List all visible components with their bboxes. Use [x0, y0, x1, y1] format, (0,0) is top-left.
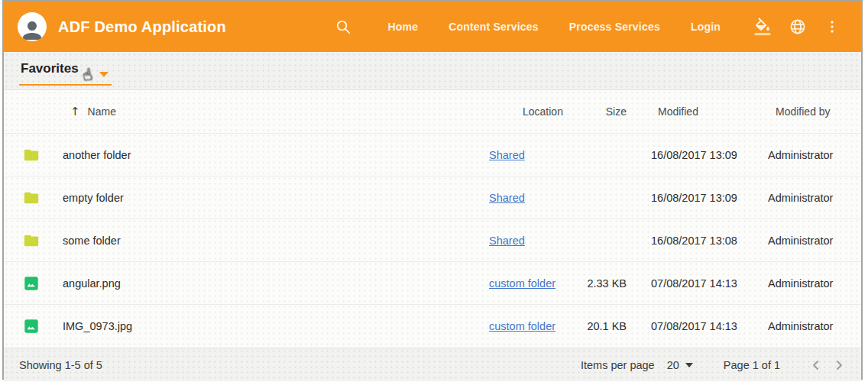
row-modified-by: Administrator [762, 192, 861, 204]
app-header: ADF Demo Application Home Content Servic… [4, 2, 861, 52]
header-right: Home Content Services Process Services L… [335, 18, 849, 36]
row-modified-by: Administrator [762, 149, 861, 161]
row-modified: 16/08/2017 13:09 [627, 192, 762, 204]
row-name: some folder [63, 235, 489, 247]
page-indicator: Page 1 of 1 [724, 359, 780, 371]
row-icon-cell [4, 318, 63, 335]
table-row[interactable]: another folder Shared 16/08/2017 13:09 A… [4, 134, 861, 176]
row-name: IMG_0973.jpg [63, 320, 489, 332]
location-link[interactable]: custom folder [489, 320, 555, 332]
folder-icon [23, 189, 40, 206]
row-location-cell: custom folder [489, 277, 581, 290]
image-icon [23, 275, 40, 292]
table-row[interactable]: some folder Shared 16/08/2017 13:08 Admi… [4, 219, 861, 262]
row-location-cell: Shared [489, 192, 581, 204]
view-selector[interactable]: Favorites [21, 61, 79, 76]
location-link[interactable]: Shared [489, 192, 525, 204]
active-view-underline [19, 84, 112, 86]
row-size: 2.33 KB [581, 277, 627, 290]
location-link[interactable]: Shared [489, 235, 525, 247]
pagination-bar: Showing 1-5 of 5 Items per page 20 Page … [4, 348, 861, 381]
main-nav: Home Content Services Process Services L… [372, 21, 736, 33]
chevron-down-icon [685, 363, 693, 367]
row-size: 20.1 KB [581, 320, 627, 332]
chevron-down-icon[interactable] [99, 72, 108, 77]
row-icon-cell [4, 189, 63, 206]
row-modified: 07/08/2017 14:13 [627, 277, 762, 290]
user-avatar[interactable] [18, 12, 47, 41]
column-header-name[interactable]: ↑ Name [4, 105, 489, 118]
row-icon-cell [4, 275, 63, 292]
row-name: empty folder [63, 192, 489, 204]
row-location-cell: custom folder [489, 320, 581, 332]
sort-ascending-icon: ↑ [70, 105, 80, 118]
column-header-location[interactable]: Location [489, 105, 581, 118]
row-location-cell: Shared [489, 235, 581, 247]
previous-page-button[interactable] [805, 354, 828, 377]
nav-item-content-services[interactable]: Content Services [433, 21, 554, 33]
folder-icon [23, 147, 40, 163]
row-modified-by: Administrator [762, 320, 861, 332]
location-link[interactable]: Shared [489, 149, 525, 161]
table-row[interactable]: angular.png custom folder 2.33 KB 07/08/… [4, 262, 861, 305]
theme-color-fill-icon[interactable] [745, 18, 780, 36]
row-name: another folder [63, 149, 489, 161]
items-per-page-label: Items per page [581, 359, 655, 371]
row-location-cell: Shared [489, 149, 581, 161]
more-vert-icon[interactable] [815, 18, 849, 35]
image-icon [23, 318, 40, 335]
pagination-controls: Items per page 20 Page 1 of 1 [581, 354, 850, 377]
app-title: ADF Demo Application [58, 18, 226, 36]
nav-item-process-services[interactable]: Process Services [554, 21, 675, 33]
document-list: ↑ Name Location Size Modified Modified b… [4, 90, 861, 348]
folder-icon [23, 232, 40, 249]
nav-item-home[interactable]: Home [372, 21, 433, 33]
cursor-hand-icon: ☝ [81, 66, 94, 84]
items-per-page-select[interactable]: 20 [667, 359, 693, 371]
header-icon-group [745, 18, 849, 36]
app-window: ADF Demo Application Home Content Servic… [2, 0, 863, 380]
column-header-modified-by[interactable]: Modified by [762, 105, 861, 118]
location-link[interactable]: custom folder [489, 277, 555, 290]
showing-range-label: Showing 1-5 of 5 [19, 359, 102, 371]
view-toolbar: Favorites ☝ [4, 52, 861, 90]
table-row[interactable]: empty folder Shared 16/08/2017 13:09 Adm… [4, 176, 861, 219]
row-modified: 07/08/2017 14:13 [627, 320, 762, 332]
next-page-button[interactable] [828, 354, 850, 377]
row-modified-by: Administrator [762, 235, 861, 247]
table-header-row: ↑ Name Location Size Modified Modified b… [4, 90, 861, 134]
column-header-name-label: Name [88, 105, 116, 118]
person-icon [18, 17, 46, 41]
nav-item-login[interactable]: Login [675, 21, 736, 33]
row-modified: 16/08/2017 13:08 [627, 235, 762, 247]
row-modified-by: Administrator [762, 277, 861, 290]
row-name: angular.png [63, 277, 489, 290]
column-header-size[interactable]: Size [581, 105, 627, 118]
table-row[interactable]: IMG_0973.jpg custom folder 20.1 KB 07/08… [4, 305, 861, 348]
language-globe-icon[interactable] [780, 18, 815, 36]
row-icon-cell [4, 232, 63, 249]
row-icon-cell [4, 147, 63, 163]
table-body: another folder Shared 16/08/2017 13:09 A… [4, 134, 861, 348]
items-per-page-value: 20 [667, 359, 679, 371]
column-header-modified[interactable]: Modified [627, 105, 762, 118]
row-modified: 16/08/2017 13:09 [627, 149, 762, 161]
search-icon[interactable] [335, 18, 352, 36]
